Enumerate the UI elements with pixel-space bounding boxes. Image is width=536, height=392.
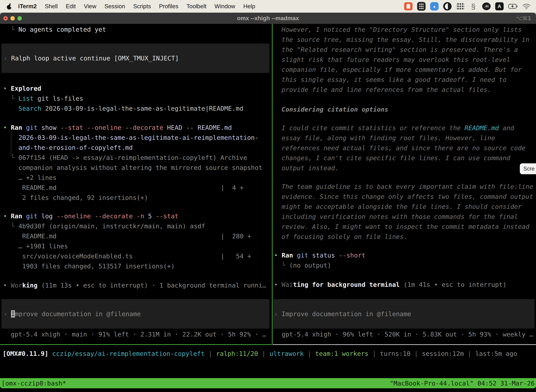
blue-bolt-icon[interactable]: ▲ [430,2,439,10]
menubar: iTerm2ShellEditViewSessionScriptsProfile… [0,0,536,13]
close-button[interactable] [3,16,8,21]
menu-profiles[interactable]: Profiles [155,3,182,10]
terminal-line: 1903 files changed, 513517 insertions(+) [3,261,272,271]
terminal-line: references need actual files, and since … [274,143,536,153]
terminal-line: changes, I can't cite specific file line… [274,153,536,163]
model-status: gpt-5.4 xhigh · main · 91% left · 2.31M … [0,329,272,339]
inactive-pane-border [273,344,536,345]
terminal-line: However, I noticed the "Directory Struct… [274,25,536,35]
input-source-icon[interactable]: A [495,2,504,10]
menu-iterm2[interactable]: iTerm2 [14,3,41,10]
terminal-line: essay file, along with finding root file… [274,133,536,143]
terminal-line: the source tree, missing the essay. Stil… [274,35,536,45]
titlebar[interactable]: omx --xhigh --madmax ⌥⌘1 [0,13,536,24]
prompt-input[interactable]: › Improve documentation in @filename [273,299,535,329]
terminal-line: … +1901 lines [3,241,272,251]
terminal-line: Considering citation options [274,104,536,114]
tmux-session-label: [omx-cczip0:bash* [1,380,66,387]
wifi-icon[interactable] [522,2,531,10]
left-pane[interactable]: └ No agents completed yet› Ralph loop ac… [0,24,272,344]
terminal-line: and-the-erosion-of-copyleft.md [3,143,272,153]
terminal-line: └ 067f154 (HEAD -> essay/ai-reimplementa… [3,153,272,163]
waiting-status: • Waiting for background terminal (1m 41… [273,280,536,289]
terminal-line: this single essay, it seems like a good … [274,75,536,85]
terminal-line: the "Related research writing" section i… [274,45,536,55]
tab-shortcut-badge: ⌥⌘1 [516,15,531,22]
right-pane[interactable]: However, I noticed the "Directory Struct… [273,24,536,344]
menu-toolbelt[interactable]: Toolbelt [182,3,211,10]
tmux-status-bar: [omx-cczip0:bash* "MacBook-Pro-44.local"… [0,378,536,388]
terminal-line: including verification notes with those … [274,212,536,222]
timer-61-icon[interactable]: ..61 [482,2,491,10]
minimize-button[interactable] [10,16,15,21]
terminal-line: › Improve documentation in @filename [274,309,535,319]
terminal-line: 2 files changed, 92 insertions(+) [3,193,272,203]
terminal-line: companion file, especially if more comme… [274,65,536,75]
menu-shell[interactable]: Shell [41,3,62,10]
agents-note: └ No agents completed yet [0,24,272,34]
screen-overlay-chip[interactable]: Scre [520,163,536,174]
working-status: • Working (11m 13s • esc to interrupt) ·… [0,280,272,290]
terminal-line: README.md| 280 + [3,231,272,241]
tmux-host-clock: "MacBook-Pro-44.local" 04:52 31-Mar-26 [390,380,535,387]
terminal-line: The team guideline is to back every impo… [274,182,536,191]
terminal-line: companion analysis without altering the … [3,163,272,173]
menu-window[interactable]: Window [211,3,239,10]
dots-grid-icon[interactable] [456,3,464,10]
terminal-line: └ (no output) [274,260,536,270]
grid-widget-icon[interactable] [417,2,426,11]
media-crescent-icon[interactable] [443,2,452,10]
zoom-button[interactable] [17,16,22,21]
menubar-status-icons: ▲§..61A [400,2,534,11]
git-status-block: • Ran git status --short └ (no output) [273,250,536,270]
terminal-line: provide file and line references from th… [274,85,536,95]
terminal-line: … +2 lines [3,173,272,183]
terminal-line: • Explored [3,84,272,93]
reasoning-heading: Considering citation options [273,104,536,114]
tree-guide-line [11,130,11,156]
reasoning-paragraph-2: I could cite commit statistics or refere… [273,123,536,173]
reasoning-paragraph-1: However, I noticed the "Directory Struct… [273,25,536,95]
terminal-line: slight risk that future readers may over… [274,55,536,65]
terminal-line: └ 4b9d30f (origin/main, instructkr/main,… [3,221,272,231]
terminal-line: › Improve documentation in @filename [4,309,269,319]
screen-overlay-label: Scre [523,166,535,172]
terminal-line: evidence. Since this change only affects… [274,191,536,202]
terminal-line: src/voice/voiceModeEnabled.ts| 54 + [3,251,272,261]
menu-view[interactable]: View [80,3,100,10]
menu-help[interactable]: Help [239,3,259,10]
pane-divider[interactable] [272,24,273,344]
terminal-line: I could cite commit statistics or refere… [274,123,536,133]
terminal-line: • Ran git status --short [274,250,536,260]
model-status: gpt-5.4 xhigh · 96% left · 520K in · 5.8… [273,329,536,339]
terminal-line: • Ran git log --oneline --decorate -n 5 … [3,211,272,221]
reasoning-paragraph-3: The team guideline is to back every impo… [273,182,536,242]
terminal-line: • Working (11m 13s • esc to interrupt) ·… [3,280,272,290]
window-title: omx --xhigh --madmax [0,15,536,22]
prompt-input[interactable]: › Improve documentation in @filename [1,299,269,329]
squiggle-icon[interactable]: § [469,2,478,10]
terminal[interactable]: └ No agents completed yet› Ralph loop ac… [0,24,536,344]
menu-edit[interactable]: Edit [62,3,80,10]
terminal-line: 2026-03-09-is-legal-the-same-as-legitima… [3,133,272,143]
terminal-line: gpt-5.4 xhigh · 96% left · 520K in · 5.8… [274,329,536,339]
explored-block: • Explored └ List git ls-files Search 20… [0,84,272,113]
terminal-line: might be acceptable alongside the file l… [274,202,536,212]
terminal-line: Search 2026-03-09-is-legal-the-same-as-l… [3,103,272,113]
menu-session[interactable]: Session [100,3,129,10]
battery-icon[interactable] [508,2,518,10]
terminal-line: └ List git ls-files [3,93,272,103]
screenshot-tool-icon[interactable] [404,2,412,10]
git-show-block: • Ran git show --stat --oneline --decora… [0,123,272,203]
apple-menu-icon[interactable] [6,2,12,10]
terminal-line: of focusing solely on file lines. [274,232,536,242]
git-log-block: • Ran git log --oneline --decorate -n 5 … [0,211,272,271]
terminal-line: └ No agents completed yet [3,24,272,34]
omx-status-line: [OMX#0.11.9] cczip/essay/ai-reimplementa… [3,349,536,359]
terminal-line: output instead. [274,163,536,173]
terminal-line: gpt-5.4 xhigh · main · 91% left · 2.31M … [3,329,272,339]
menu-scripts[interactable]: Scripts [129,3,155,10]
injected-command-box[interactable]: › Ralph loop active continue [OMX_TMUX_I… [1,44,269,73]
terminal-line: review. Also, I might want to inspect th… [274,222,536,232]
terminal-line: • Ran git show --stat --oneline --decora… [3,123,272,133]
